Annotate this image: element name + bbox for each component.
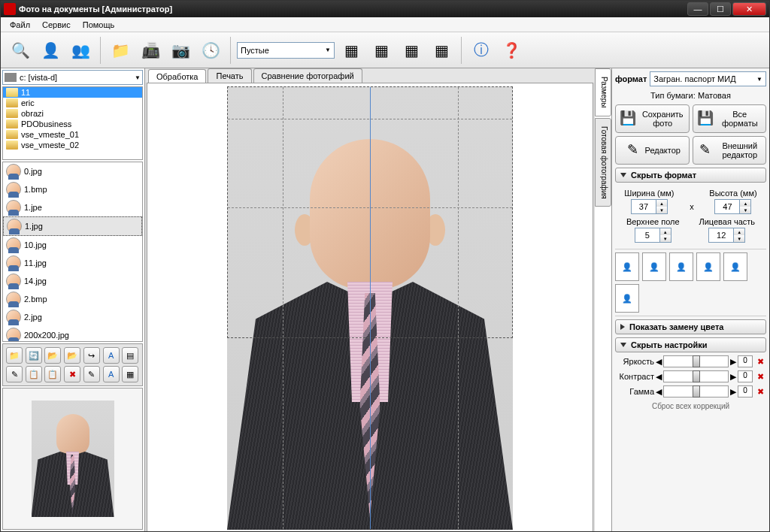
new-folder-button[interactable]: 📁: [6, 347, 23, 364]
drive-combo[interactable]: c: [vista-d] ▼: [2, 70, 143, 85]
show-color-header[interactable]: Показать замену цвета: [615, 319, 766, 334]
delete-button[interactable]: ✖: [64, 366, 80, 382]
layout-edit-button[interactable]: ▦: [368, 37, 395, 64]
up-button[interactable]: 📂: [64, 347, 80, 364]
width-spinner[interactable]: ▲▼: [631, 199, 668, 214]
rename-button[interactable]: ✎: [83, 366, 100, 382]
file-item[interactable]: 200x200.jpg: [3, 326, 142, 342]
layout-select-button[interactable]: ▦: [338, 37, 365, 64]
main-photo[interactable]: [227, 86, 513, 530]
format-thumb[interactable]: 👤: [696, 252, 720, 281]
sort-button[interactable]: A: [103, 347, 120, 364]
reset-gamma-button[interactable]: ✖: [754, 385, 766, 397]
width-input[interactable]: [632, 202, 656, 211]
webcam-button[interactable]: 📷: [167, 37, 194, 64]
menu-help[interactable]: Помощь: [77, 19, 121, 31]
contrast-slider[interactable]: [663, 370, 729, 382]
crop-frame[interactable]: [227, 86, 513, 338]
tab-compare[interactable]: Сравнение фотографий: [253, 68, 362, 83]
group-button[interactable]: 👥: [67, 37, 94, 64]
info-button[interactable]: ⓘ: [468, 37, 495, 64]
file-item[interactable]: 2.bmp: [3, 290, 142, 308]
menu-service[interactable]: Сервис: [36, 19, 77, 31]
spin-up[interactable]: ▲: [656, 200, 667, 207]
search-person-button[interactable]: 🔍: [7, 37, 34, 64]
photo-canvas[interactable]: [147, 83, 593, 531]
height-input[interactable]: [715, 202, 739, 211]
folder-item[interactable]: PDObusiness: [3, 119, 142, 129]
spin-up[interactable]: ▲: [740, 200, 750, 207]
file-item[interactable]: 10.jpg: [3, 236, 142, 254]
arrow-right-icon[interactable]: ▶: [730, 357, 736, 367]
hide-settings-header[interactable]: Скрыть настройки: [615, 337, 766, 352]
history-button[interactable]: 🕓: [197, 37, 224, 64]
arrow-left-icon[interactable]: ◀: [656, 387, 662, 397]
refresh-button[interactable]: 🔄: [26, 347, 42, 364]
spin-up[interactable]: ▲: [734, 228, 744, 235]
layout-add-button[interactable]: ▦: [398, 37, 425, 64]
scan-button[interactable]: 📠: [137, 37, 164, 64]
reset-all-label[interactable]: Сброс всех коррекций: [615, 401, 766, 410]
hide-format-header[interactable]: Скрыть формат: [615, 168, 766, 183]
template-combo[interactable]: Пустые ▼: [237, 42, 335, 59]
open-button[interactable]: 📁: [107, 37, 134, 64]
folder-item[interactable]: obrazi: [3, 108, 142, 119]
save-photo-button[interactable]: 💾 Сохранить фото: [615, 104, 690, 133]
height-spinner[interactable]: ▲▼: [714, 199, 751, 214]
titlebar[interactable]: Фото на документы [Администратор] — ☐ ✕: [1, 1, 769, 17]
help-button[interactable]: ❓: [498, 37, 525, 64]
face-spinner[interactable]: ▲▼: [708, 228, 745, 243]
folder-item[interactable]: vse_vmeste_01: [3, 129, 142, 140]
arrow-right-icon[interactable]: ▶: [730, 387, 736, 397]
tab-print[interactable]: Печать: [208, 68, 251, 83]
spin-down[interactable]: ▼: [660, 235, 671, 242]
face-input[interactable]: [709, 231, 733, 240]
nav-button[interactable]: ↪: [83, 347, 100, 364]
layout-delete-button[interactable]: ▦: [428, 37, 455, 64]
brightness-value[interactable]: 0: [738, 355, 753, 367]
editor-button[interactable]: ✎ Редактор: [615, 136, 690, 165]
thumb-button[interactable]: ▦: [122, 366, 138, 382]
paste-button[interactable]: 📋: [44, 366, 61, 382]
file-item[interactable]: 14.jpg: [3, 272, 142, 290]
file-item[interactable]: 2.jpg: [3, 308, 142, 326]
spin-up[interactable]: ▲: [660, 228, 671, 235]
view-button[interactable]: ▤: [122, 347, 138, 364]
contrast-value[interactable]: 0: [738, 370, 753, 382]
maximize-button[interactable]: ☐: [710, 2, 731, 16]
all-formats-button[interactable]: 💾 Все форматы: [693, 104, 767, 133]
reset-brightness-button[interactable]: ✖: [754, 355, 766, 367]
vtab-ready[interactable]: Готовая фотография: [595, 118, 611, 207]
external-editor-button[interactable]: ✎ Внешний редактор: [693, 136, 767, 165]
vtab-sizes[interactable]: Размеры: [595, 68, 611, 116]
top-spinner[interactable]: ▲▼: [635, 228, 671, 243]
file-item[interactable]: 1.jpg: [3, 216, 142, 236]
edit-button[interactable]: ✎: [6, 366, 23, 382]
folder-item[interactable]: vse_vmeste_02: [3, 140, 142, 150]
spin-down[interactable]: ▼: [734, 235, 744, 242]
copy-button[interactable]: 📋: [26, 366, 42, 382]
minimize-button[interactable]: —: [687, 2, 708, 16]
gamma-slider[interactable]: [663, 385, 729, 397]
file-item[interactable]: 1.bmp: [3, 180, 142, 198]
filter-button[interactable]: A: [103, 366, 120, 382]
tab-process[interactable]: Обработка: [148, 69, 206, 83]
spin-down[interactable]: ▼: [656, 207, 667, 213]
folder-item[interactable]: 11: [3, 87, 142, 98]
top-input[interactable]: [635, 231, 659, 240]
brightness-slider[interactable]: [663, 355, 729, 367]
format-combo[interactable]: Загран. паспорт МИД ▼: [650, 71, 766, 86]
file-item[interactable]: 11.jpg: [3, 254, 142, 272]
arrow-right-icon[interactable]: ▶: [730, 372, 736, 382]
format-thumb[interactable]: 👤: [669, 252, 693, 281]
folder-item[interactable]: eric: [3, 98, 142, 108]
close-button[interactable]: ✕: [732, 2, 766, 16]
gamma-value[interactable]: 0: [738, 385, 753, 397]
format-thumb[interactable]: 👤: [723, 252, 747, 281]
format-thumb[interactable]: 👤: [615, 252, 639, 281]
folder-list[interactable]: 11ericobraziPDObusinessvse_vmeste_01vse_…: [2, 86, 143, 160]
delete-person-button[interactable]: 👤: [37, 37, 64, 64]
format-thumb[interactable]: 👤: [615, 284, 639, 313]
reset-contrast-button[interactable]: ✖: [754, 370, 766, 382]
spin-down[interactable]: ▼: [740, 207, 750, 213]
